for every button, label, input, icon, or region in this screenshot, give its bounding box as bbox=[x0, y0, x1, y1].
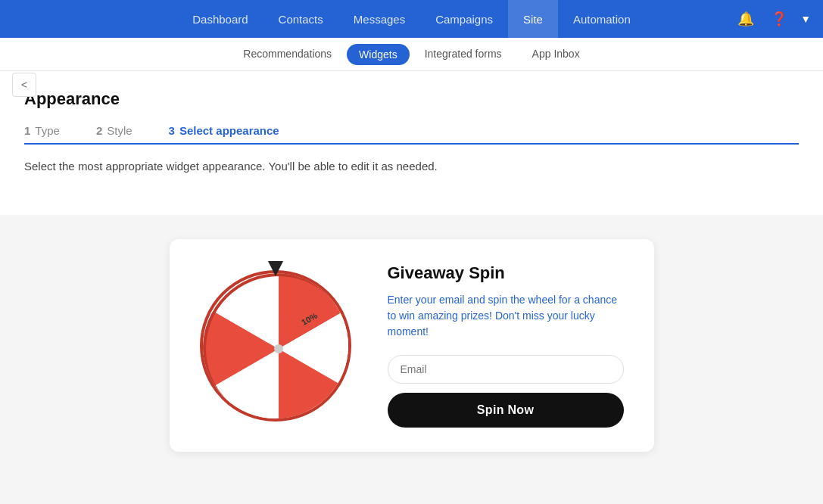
nav-site[interactable]: Site bbox=[508, 0, 558, 38]
nav-messages[interactable]: Messages bbox=[338, 0, 420, 38]
sub-nav-widgets[interactable]: Widgets bbox=[347, 44, 410, 65]
step-1-label: Type bbox=[35, 124, 60, 137]
widget-area: 5% 75% 15% 5% 10% bbox=[0, 215, 823, 482]
notifications-icon[interactable]: 🔔 bbox=[734, 7, 758, 31]
sub-nav-recommendations[interactable]: Recommendations bbox=[228, 38, 347, 71]
step-2-label: Style bbox=[107, 124, 132, 137]
wheel-pointer bbox=[268, 261, 283, 276]
step-style[interactable]: 2 Style bbox=[96, 124, 132, 137]
step-2-num: 2 bbox=[96, 124, 102, 137]
profile-chevron[interactable]: ▼ bbox=[800, 13, 811, 25]
spin-wheel-container: 5% 75% 15% 5% 10% bbox=[200, 270, 351, 422]
email-input[interactable] bbox=[388, 355, 624, 384]
nav-automation[interactable]: Automation bbox=[558, 0, 646, 38]
spin-button[interactable]: Spin Now bbox=[388, 393, 624, 428]
steps: 1 Type 2 Style 3 Select appearance bbox=[24, 124, 799, 137]
top-nav: Dashboard Contacts Messages Campaigns Si… bbox=[0, 0, 823, 38]
svg-point-6 bbox=[274, 344, 283, 353]
spin-info: Giveaway Spin Enter your email and spin … bbox=[388, 263, 624, 428]
widget-card[interactable]: 5% 75% 15% 5% 10% bbox=[170, 239, 654, 452]
step-type[interactable]: 1 Type bbox=[24, 124, 60, 137]
main-content: Appearance 1 Type 2 Style 3 Select appea… bbox=[0, 71, 823, 215]
step-3-num: 3 bbox=[169, 124, 175, 137]
spin-wheel: 5% 75% 15% 5% 10% bbox=[200, 270, 351, 422]
spin-description: Enter your email and spin the wheel for … bbox=[388, 292, 624, 340]
nav-dashboard[interactable]: Dashboard bbox=[177, 0, 263, 38]
page-title: Appearance bbox=[24, 89, 799, 109]
nav-contacts[interactable]: Contacts bbox=[263, 0, 338, 38]
sub-nav: Recommendations Widgets Integrated forms… bbox=[0, 38, 823, 71]
spin-title: Giveaway Spin bbox=[388, 263, 624, 283]
sub-nav-integrated-forms[interactable]: Integrated forms bbox=[410, 38, 517, 71]
sub-nav-app-inbox[interactable]: App Inbox bbox=[517, 38, 595, 71]
nav-campaigns[interactable]: Campaigns bbox=[420, 0, 508, 38]
steps-underline bbox=[24, 143, 799, 145]
back-button[interactable]: < bbox=[12, 73, 36, 97]
step-select-appearance[interactable]: 3 Select appearance bbox=[169, 124, 279, 137]
page-description: Select the most appropriate widget appea… bbox=[24, 160, 799, 173]
step-1-num: 1 bbox=[24, 124, 30, 137]
help-icon[interactable]: ❓ bbox=[767, 7, 791, 31]
step-3-label: Select appearance bbox=[179, 124, 279, 137]
nav-right: 🔔 ❓ ▼ bbox=[734, 7, 811, 31]
nav-items: Dashboard Contacts Messages Campaigns Si… bbox=[177, 0, 646, 38]
wheel-svg: 5% 75% 15% 5% 10% bbox=[203, 273, 351, 422]
